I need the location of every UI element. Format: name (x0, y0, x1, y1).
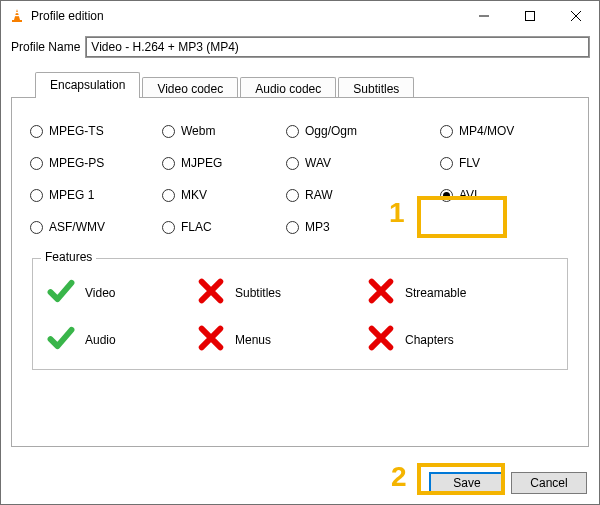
cross-icon (367, 324, 395, 355)
feature-subtitles: Subtitles (197, 277, 367, 308)
save-button[interactable]: Save (429, 472, 505, 494)
client-area: Profile Name Encapsulation Video codec A… (1, 31, 599, 504)
feature-menus: Menus (197, 324, 367, 355)
cross-icon (197, 277, 225, 308)
radio-raw[interactable]: RAW (286, 188, 416, 202)
feature-audio: Audio (47, 324, 197, 355)
close-button[interactable] (553, 1, 599, 31)
svg-rect-2 (12, 20, 22, 22)
feature-chapters: Chapters (367, 324, 527, 355)
dialog-buttons: Save Cancel (429, 472, 587, 494)
radio-mpeg1[interactable]: MPEG 1 (30, 188, 138, 202)
radio-mp3[interactable]: MP3 (286, 220, 416, 234)
cancel-button[interactable]: Cancel (511, 472, 587, 494)
features-legend: Features (41, 250, 96, 264)
app-cone-icon (9, 8, 25, 24)
tab-strip: Encapsulation Video codec Audio codec Su… (11, 72, 589, 98)
radio-flv[interactable]: FLV (440, 156, 560, 170)
profile-name-input[interactable] (86, 37, 589, 57)
radio-asf-wmv[interactable]: ASF/WMV (30, 220, 138, 234)
radio-wav[interactable]: WAV (286, 156, 416, 170)
check-icon (47, 324, 75, 355)
radio-mp4-mov[interactable]: MP4/MOV (440, 124, 560, 138)
svg-rect-3 (526, 12, 535, 21)
minimize-button[interactable] (461, 1, 507, 31)
radio-webm[interactable]: Webm (162, 124, 262, 138)
window-title: Profile edition (31, 9, 104, 23)
features-group: Features Video Subtitles Streamable (32, 258, 568, 370)
tab-encapsulation[interactable]: Encapsulation (35, 72, 140, 98)
maximize-button[interactable] (507, 1, 553, 31)
radio-mpeg-ps[interactable]: MPEG-PS (30, 156, 138, 170)
radio-mjpeg[interactable]: MJPEG (162, 156, 262, 170)
profile-edition-window: Profile edition Profile Name Encapsulati… (0, 0, 600, 505)
svg-rect-1 (14, 15, 20, 16)
radio-mpeg-ts[interactable]: MPEG-TS (30, 124, 138, 138)
radio-flac[interactable]: FLAC (162, 220, 262, 234)
cross-icon (367, 277, 395, 308)
cross-icon (197, 324, 225, 355)
feature-video: Video (47, 277, 197, 308)
radio-avi[interactable]: AVI (440, 188, 560, 202)
encapsulation-options: MPEG-TS Webm Ogg/Ogm MP4/MOV MPEG-PS MJP… (30, 124, 570, 234)
profile-name-row: Profile Name (11, 37, 589, 57)
check-icon (47, 277, 75, 308)
tab-panel-encapsulation: MPEG-TS Webm Ogg/Ogm MP4/MOV MPEG-PS MJP… (11, 97, 589, 447)
feature-streamable: Streamable (367, 277, 527, 308)
title-bar: Profile edition (1, 1, 599, 31)
svg-rect-0 (15, 12, 20, 13)
profile-name-label: Profile Name (11, 40, 80, 54)
radio-mkv[interactable]: MKV (162, 188, 262, 202)
radio-ogg[interactable]: Ogg/Ogm (286, 124, 416, 138)
